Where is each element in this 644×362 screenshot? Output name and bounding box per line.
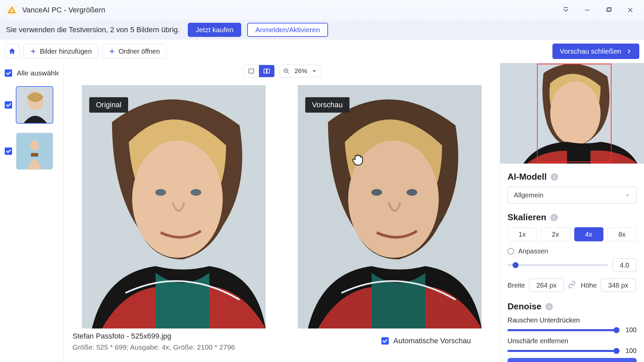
settings-panel: AI-Modell i Allgemein Skalieren i 1x 2x … bbox=[500, 63, 644, 362]
select-all-row[interactable]: Alle auswählen bbox=[5, 69, 59, 77]
titlebar: VanceAI PC - Vergrößern bbox=[0, 0, 644, 20]
custom-scale-value[interactable]: 4.0 bbox=[612, 258, 637, 272]
start-processing-button[interactable]: Start zum bearbeiten bbox=[507, 358, 637, 362]
open-folder-label: Ordner öffnen bbox=[119, 48, 160, 55]
thumbnail-item[interactable] bbox=[5, 86, 59, 123]
noise-suppress-value: 100 bbox=[622, 326, 637, 334]
svg-rect-16 bbox=[249, 69, 254, 73]
noise-suppress-label: Rauschen Unterdrücken bbox=[507, 316, 637, 324]
deblur-label: Unschärfe entfernen bbox=[507, 337, 637, 345]
custom-scale-slider[interactable] bbox=[507, 264, 608, 266]
login-activate-button[interactable]: Anmelden/Aktivieren bbox=[247, 23, 328, 37]
auto-preview-label: Automatische Vorschau bbox=[393, 337, 471, 345]
select-all-checkbox[interactable] bbox=[5, 69, 12, 77]
custom-scale-radio[interactable] bbox=[507, 248, 514, 255]
app-logo-icon bbox=[6, 4, 17, 16]
thumbnail-checkbox[interactable] bbox=[5, 147, 12, 155]
add-images-button[interactable]: Bilder hinzufügen bbox=[23, 44, 98, 59]
ai-model-select[interactable]: Allgemein bbox=[507, 187, 637, 203]
deblur-value: 100 bbox=[622, 347, 637, 355]
navigator-preview[interactable] bbox=[500, 63, 644, 164]
denoise-heading: Denoise bbox=[507, 301, 541, 312]
compare-area: 26% bbox=[64, 63, 500, 362]
close-button[interactable] bbox=[625, 7, 635, 13]
toolbar: Bilder hinzufügen Ordner öffnen Vorschau… bbox=[0, 40, 644, 63]
original-image-pane[interactable]: Original bbox=[82, 85, 266, 328]
chevron-down-icon[interactable] bbox=[312, 69, 317, 73]
deblur-slider[interactable] bbox=[507, 350, 616, 352]
preview-badge: Vorschau bbox=[305, 97, 350, 113]
svg-point-31 bbox=[348, 140, 439, 258]
zoom-in-icon[interactable] bbox=[283, 68, 290, 74]
home-button[interactable] bbox=[5, 44, 19, 59]
maximize-button[interactable] bbox=[604, 7, 614, 13]
thumbnail-strip: Alle auswählen bbox=[0, 63, 64, 362]
link-icon[interactable] bbox=[568, 281, 577, 290]
scale-4x-button[interactable]: 4x bbox=[574, 227, 603, 241]
height-value[interactable]: 348 px bbox=[601, 279, 636, 292]
filename-label: Stefan Passfoto - 525x699.jpg bbox=[72, 332, 235, 341]
svg-point-15 bbox=[30, 140, 39, 150]
window-title: VanceAI PC - Vergrößern bbox=[22, 6, 105, 14]
thumbnail-checkbox[interactable] bbox=[5, 101, 12, 109]
add-images-label: Bilder hinzufügen bbox=[40, 48, 92, 55]
auto-preview-checkbox[interactable] bbox=[381, 337, 389, 345]
chevron-down-icon[interactable] bbox=[561, 6, 571, 14]
scale-8x-button[interactable]: 8x bbox=[607, 227, 637, 241]
info-icon[interactable]: i bbox=[545, 303, 553, 310]
scale-heading: Skalieren bbox=[507, 212, 546, 223]
ai-model-value: Allgemein bbox=[514, 191, 543, 199]
auto-preview-toggle[interactable]: Automatische Vorschau bbox=[381, 337, 471, 345]
info-icon[interactable]: i bbox=[551, 173, 558, 181]
thumbnail-item[interactable] bbox=[5, 133, 59, 170]
custom-scale-label: Anpassen bbox=[518, 247, 548, 255]
svg-point-25 bbox=[132, 140, 223, 258]
custom-scale-toggle[interactable]: Anpassen bbox=[507, 247, 637, 255]
chevron-down-icon bbox=[625, 192, 630, 198]
thumbnail-image[interactable] bbox=[16, 133, 53, 170]
close-preview-label: Vorschau schließen bbox=[560, 47, 621, 55]
scale-1x-button[interactable]: 1x bbox=[507, 227, 537, 241]
svg-point-26 bbox=[155, 189, 166, 196]
trial-bar: Sie verwenden die Testversion, 2 von 5 B… bbox=[0, 20, 644, 40]
noise-suppress-slider[interactable] bbox=[507, 329, 616, 331]
original-badge: Original bbox=[89, 97, 128, 113]
minimize-button[interactable] bbox=[582, 7, 592, 13]
navigator-viewport-box[interactable] bbox=[537, 64, 611, 162]
close-preview-button[interactable]: Vorschau schließen bbox=[552, 44, 639, 59]
width-label: Breite bbox=[507, 282, 525, 289]
preview-image-pane[interactable]: Vorschau bbox=[298, 85, 482, 328]
svg-marker-23 bbox=[313, 70, 316, 72]
zoom-value: 26% bbox=[294, 67, 307, 75]
info-icon[interactable]: i bbox=[550, 214, 558, 221]
svg-point-33 bbox=[407, 189, 417, 196]
svg-rect-18 bbox=[267, 69, 269, 73]
zoom-control[interactable]: 26% bbox=[279, 65, 320, 77]
file-info-bar: Stefan Passfoto - 525x699.jpg Größe: 525… bbox=[64, 328, 500, 362]
svg-line-20 bbox=[287, 72, 289, 74]
width-value[interactable]: 264 px bbox=[529, 279, 564, 292]
open-folder-button[interactable]: Ordner öffnen bbox=[102, 44, 166, 59]
buy-now-button[interactable]: Jetzt kaufen bbox=[188, 23, 241, 37]
compare-toolbar: 26% bbox=[64, 62, 500, 80]
select-all-label: Alle auswählen bbox=[17, 69, 59, 77]
split-view-icon[interactable] bbox=[259, 65, 274, 77]
thumbnail-image[interactable] bbox=[16, 86, 53, 123]
height-label: Höhe bbox=[581, 282, 597, 289]
file-meta-label: Größe: 525 * 699; Ausgabe: 4x; Größe: 21… bbox=[72, 343, 235, 351]
scale-2x-button[interactable]: 2x bbox=[541, 227, 570, 241]
view-mode-segment[interactable] bbox=[243, 65, 275, 77]
ai-model-heading: AI-Modell bbox=[507, 172, 547, 182]
trial-message: Sie verwenden die Testversion, 2 von 5 B… bbox=[6, 25, 180, 34]
single-view-icon[interactable] bbox=[244, 65, 259, 77]
svg-rect-17 bbox=[264, 69, 266, 73]
svg-point-27 bbox=[191, 189, 201, 196]
svg-point-32 bbox=[371, 189, 382, 196]
